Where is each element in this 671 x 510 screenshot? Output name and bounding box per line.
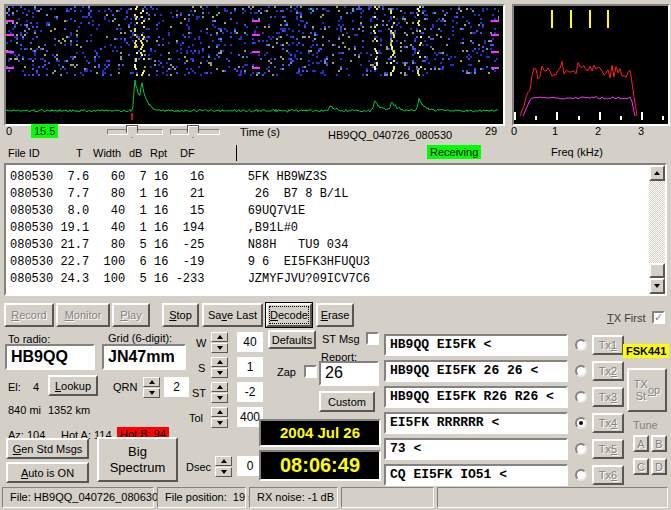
- tx-select-radio-6[interactable]: [575, 469, 587, 481]
- tx-select-radio-2[interactable]: [575, 365, 587, 377]
- tx4-button[interactable]: Tx 4: [592, 413, 624, 433]
- tx-select-radio-3[interactable]: [575, 391, 587, 403]
- col-width: Width: [93, 147, 121, 159]
- tx2-button[interactable]: Tx 2: [592, 361, 624, 381]
- tune-label: Tune: [633, 419, 658, 431]
- s-spinner[interactable]: [211, 357, 228, 378]
- w-spinner[interactable]: [211, 332, 228, 353]
- st-spinner[interactable]: [211, 382, 228, 403]
- status-panel-1: File: HB9QQ_040726_080630: [2, 487, 154, 508]
- w-value[interactable]: 40: [237, 332, 263, 352]
- st-value[interactable]: -2: [237, 382, 263, 402]
- tx6-button[interactable]: Tx 6: [592, 465, 624, 485]
- to-radio-input[interactable]: HB9QQ: [5, 344, 95, 370]
- tol-spinner[interactable]: [211, 407, 228, 428]
- tx3-button[interactable]: Tx 3: [592, 387, 624, 407]
- col-t: T: [76, 147, 83, 159]
- tx-stop-button[interactable]: TX Stop: [627, 368, 667, 412]
- tx1-button[interactable]: Tx 1: [592, 335, 624, 355]
- decode-row[interactable]: 080530 19.1 40 1 16 194 ,B91L#0: [10, 220, 370, 237]
- vertical-scrollbar[interactable]: [649, 165, 665, 294]
- tx-message-input-5[interactable]: 73 <: [384, 438, 568, 460]
- slider-thumb[interactable]: [187, 125, 199, 138]
- report-input[interactable]: 26: [319, 361, 379, 386]
- arrow-up-icon: [654, 171, 660, 175]
- decode-text-area[interactable]: 080530 7.6 60 7 16 16 5FK HB9WZ3S080530 …: [4, 163, 667, 296]
- slider-thumb[interactable]: [126, 125, 138, 138]
- zap-label: Zap: [277, 366, 296, 378]
- tol-label: Tol: [189, 412, 203, 424]
- scroll-down-button[interactable]: [649, 278, 665, 294]
- decode-row[interactable]: 080530 7.6 60 7 16 16 5FK HB9WZ3S: [10, 169, 370, 186]
- erase-button[interactable]: Erase: [316, 303, 354, 327]
- freq-tick-2: 2: [595, 125, 601, 137]
- status-panel-2: File position: 19 s: [157, 487, 246, 508]
- tx-message-input-4[interactable]: EI5FK RRRRRR <: [384, 412, 568, 434]
- decode-row[interactable]: 080530 7.7 80 1 16 21 26 B7 8 B/1L: [10, 186, 370, 203]
- w-label: W: [196, 337, 206, 349]
- decode-row[interactable]: 080530 8.0 40 1 16 15 69UQ7V1E: [10, 203, 370, 220]
- scroll-up-button[interactable]: [649, 165, 665, 181]
- col-db: dB: [129, 147, 142, 159]
- s-value[interactable]: 1: [237, 357, 263, 377]
- tx5-button[interactable]: Tx 5: [592, 439, 624, 459]
- tx-first-checkbox[interactable]: ✓: [652, 311, 665, 324]
- waterfall-canvas[interactable]: [6, 6, 499, 120]
- distance-km: 1352 km: [48, 404, 90, 416]
- col-file-id: File ID: [8, 147, 40, 159]
- lookup-button[interactable]: Lookup: [48, 375, 98, 396]
- tune-b-button[interactable]: B: [651, 435, 667, 452]
- record-button[interactable]: Record: [4, 303, 54, 327]
- qrn-spinner[interactable]: [143, 377, 160, 398]
- save-last-button[interactable]: Save Last: [202, 303, 263, 327]
- receiving-badge: Receiving: [427, 145, 481, 159]
- distance-mi: 840 mi: [8, 404, 41, 416]
- zap-checkbox[interactable]: [304, 365, 317, 378]
- monitor-button[interactable]: Monitor: [56, 303, 110, 327]
- grid-input[interactable]: JN47mm: [102, 344, 186, 370]
- tx-message-input-1[interactable]: HB9QQ EI5FK <: [384, 334, 568, 356]
- freq-tick-3: 3: [638, 125, 644, 137]
- status-panel-3: RX noise: -1 dB: [249, 487, 338, 508]
- waterfall-panel[interactable]: [4, 4, 505, 126]
- tune-d-button[interactable]: D: [651, 458, 667, 475]
- defaults-button[interactable]: Defaults: [268, 330, 316, 349]
- waterfall-zero-slider[interactable]: [170, 125, 220, 137]
- big-spectrum-button[interactable]: Big Spectrum: [97, 437, 178, 482]
- wsjt-main-window: 0 15.5 Time (s) HB9QQ_040726_080530 29 0…: [0, 0, 671, 510]
- play-button[interactable]: Play: [112, 303, 150, 327]
- decode-row[interactable]: 080530 22.7 100 6 16 -19 9 6 EI5FK3HFUQU…: [10, 254, 370, 271]
- decode-rows: 080530 7.6 60 7 16 16 5FK HB9WZ3S080530 …: [10, 169, 370, 288]
- spectrum-canvas[interactable]: [514, 6, 664, 120]
- time-axis-start: 0: [6, 125, 12, 137]
- stop-button[interactable]: Stop: [162, 303, 199, 327]
- tx-message-input-2[interactable]: HB9QQ EI5FK 26 26 <: [384, 360, 568, 382]
- st-label: ST: [192, 387, 206, 399]
- tx-select-radio-5[interactable]: [575, 443, 587, 455]
- tx-message-input-6[interactable]: CQ EI5FK IO51 <: [384, 464, 568, 486]
- spin-up-icon: [217, 360, 223, 364]
- spectrum-panel[interactable]: [512, 4, 670, 126]
- spin-down-icon: [149, 391, 155, 395]
- arrow-down-icon: [654, 284, 660, 288]
- dsec-spinner[interactable]: [215, 456, 232, 477]
- waterfall-gain-slider[interactable]: [107, 125, 163, 137]
- decode-row[interactable]: 080530 21.7 80 5 16 -25 N88H TU9 034: [10, 237, 370, 254]
- tune-a-button[interactable]: A: [633, 435, 649, 452]
- tx-select-radio-1[interactable]: [575, 339, 587, 351]
- custom-button[interactable]: Custom: [319, 391, 375, 412]
- tx-message-input-3[interactable]: HB9QQ EI5FK R26 R26 <: [384, 386, 568, 408]
- noise-marker-badge: 15.5: [31, 124, 58, 138]
- scroll-thumb[interactable]: [649, 263, 665, 278]
- gen-std-msgs-button[interactable]: Gen Std Msgs: [6, 438, 89, 459]
- auto-button[interactable]: Auto is ON: [6, 462, 89, 483]
- spin-up-icon: [217, 385, 223, 389]
- spin-up-icon: [217, 410, 223, 414]
- st-msg-checkbox[interactable]: [366, 332, 379, 345]
- decode-button[interactable]: Decode: [266, 303, 312, 327]
- tune-c-button[interactable]: C: [633, 458, 649, 475]
- tx-select-radio-4[interactable]: [575, 417, 587, 429]
- grid-label: Grid (6-digit):: [108, 332, 172, 344]
- decode-row[interactable]: 080530 24.3 100 5 16 -233 JZMYFJVU?09ICV…: [10, 271, 370, 288]
- qrn-value[interactable]: 2: [164, 377, 189, 397]
